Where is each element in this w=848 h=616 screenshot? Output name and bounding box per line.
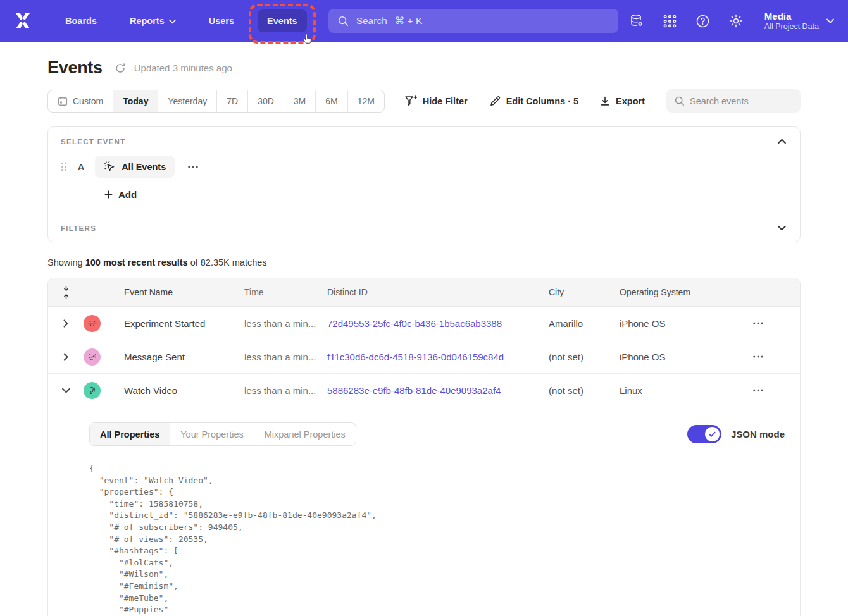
apps-grid-icon[interactable] [663,14,677,28]
export-button[interactable]: Export [600,96,645,106]
table-header-row: Event Name Time Distinct ID City Operati… [48,278,800,307]
table-row[interactable]: Watch Video less than a min... 5886283e-… [48,374,800,407]
updated-timestamp: Updated 3 minutes ago [134,63,232,73]
distinct-id-link[interactable]: 72d49553-25fc-4f0c-b436-1b5ac6ab3388 [327,318,502,329]
chevron-down-icon [169,16,176,26]
column-header-os[interactable]: Operating System [620,287,751,297]
date-range-30d[interactable]: 30D [248,90,284,112]
date-range-yesterday[interactable]: Yesterday [158,90,217,112]
search-icon [674,95,685,106]
settings-gear-icon[interactable] [728,13,744,28]
project-name: Media [764,11,819,23]
os-cell: Linux [620,385,751,396]
edit-columns-button[interactable]: Edit Columns · 5 [489,95,578,107]
drag-handle-icon[interactable] [61,162,67,172]
row-actions-more-icon[interactable] [751,353,766,360]
expand-row-chevron-right-icon[interactable] [61,317,71,330]
project-switcher[interactable]: Media All Project Data [764,11,834,32]
add-event-button[interactable]: Add [104,189,137,200]
data-management-icon[interactable] [629,13,644,28]
download-icon [600,96,610,106]
json-mode-toggle[interactable] [687,425,721,443]
results-summary-suffix: of 82.35K matches [188,257,267,268]
export-label: Export [616,96,645,106]
date-range-3m[interactable]: 3M [284,90,316,112]
search-icon [337,15,349,27]
os-cell: iPhone OS [620,318,751,329]
city-cell: Amarillo [549,318,620,329]
nav-item-events-label: Events [267,16,297,26]
mixpanel-logo[interactable] [14,11,33,30]
event-name-cell: Message Sent [124,352,244,362]
global-search-button[interactable]: Search ⌘ + K [328,9,618,33]
hand-cursor-icon [301,32,315,47]
table-row[interactable]: Experiment Started less than a min... 72… [48,307,800,340]
event-detail-panel: All Properties Your Properties Mixpanel … [48,407,800,616]
event-row-letter: A [78,162,84,172]
nav-item-users[interactable]: Users [199,9,244,32]
results-summary: Showing 100 most recent results of 82.35… [47,257,801,268]
table-row[interactable]: Message Sent less than a min... f11c30d6… [48,340,800,374]
collapse-all-rows-icon[interactable] [62,286,70,299]
event-selector-pill[interactable]: All Events [95,156,175,178]
global-search-label: Search [356,15,387,27]
date-range-6m[interactable]: 6M [316,90,347,112]
nav-item-events[interactable]: Events [258,9,307,32]
row-actions-more-icon[interactable] [751,319,766,327]
plus-icon [104,190,113,199]
results-summary-prefix: Showing [47,257,85,268]
event-row-more-icon[interactable] [185,163,201,171]
event-avatar [84,382,101,399]
hide-filter-label: Hide Filter [423,96,468,106]
event-avatar [84,348,101,366]
refresh-icon[interactable] [115,63,126,74]
expand-row-chevron-right-icon[interactable] [61,350,71,364]
nav-item-boards[interactable]: Boards [56,9,106,32]
tab-mixpanel-properties[interactable]: Mixpanel Properties [254,423,356,445]
column-header-time[interactable]: Time [244,287,327,297]
calendar-icon [58,96,68,106]
toggle-knob [705,427,720,441]
time-cell: less than a min... [244,352,327,362]
date-range-today[interactable]: Today [113,90,158,112]
search-events-field[interactable] [666,89,801,113]
column-header-event-name[interactable]: Event Name [124,287,244,297]
filters-section-label: FILTERS [61,225,96,232]
collapse-row-chevron-down-icon[interactable] [59,385,73,396]
properties-tabs: All Properties Your Properties Mixpanel … [89,422,356,446]
collapse-section-chevron-up-icon[interactable] [776,137,787,145]
os-cell: iPhone OS [620,352,751,362]
query-builder-card: SELECT EVENT A [47,126,801,242]
search-events-input[interactable] [690,96,793,106]
column-header-city[interactable]: City [549,287,620,297]
time-cell: less than a min... [244,385,327,396]
page-title: Events [47,58,103,78]
results-summary-count: 100 most recent results [85,257,188,268]
edit-columns-label: Edit Columns · 5 [506,96,578,106]
date-range-12m[interactable]: 12M [348,90,384,112]
hide-filter-button[interactable]: Hide Filter [404,95,468,107]
tab-all-properties[interactable]: All Properties [90,423,170,445]
city-cell: (not set) [549,385,620,396]
top-navbar: Boards Reports Users Events Search ⌘ + K [0,0,848,42]
nav-item-reports[interactable]: Reports [120,9,185,32]
selected-event-name: All Events [122,162,166,172]
events-table: Event Name Time Distinct ID City Operati… [47,278,801,616]
nav-item-reports-label: Reports [130,16,165,26]
tab-your-properties[interactable]: Your Properties [170,423,254,445]
project-subtitle: All Project Data [764,22,819,31]
event-avatar [84,315,101,332]
date-range-custom[interactable]: Custom [48,90,113,112]
row-actions-more-icon[interactable] [751,386,766,394]
column-header-distinct-id[interactable]: Distinct ID [327,287,549,297]
add-event-label: Add [118,189,137,200]
date-range-7d[interactable]: 7D [217,90,248,112]
main-content: Events Updated 3 minutes ago Custom [0,58,848,616]
distinct-id-link[interactable]: f11c30d6-dc6d-4518-9136-0d046159c84d [327,352,504,362]
chevron-down-icon [826,18,834,23]
expand-filters-chevron-down-icon[interactable] [776,224,787,232]
help-icon[interactable] [695,14,710,28]
distinct-id-link[interactable]: 5886283e-e9fb-48fb-81de-40e9093a2af4 [327,385,501,396]
filter-funnel-icon [404,95,417,107]
json-mode-label: JSON mode [731,429,785,440]
